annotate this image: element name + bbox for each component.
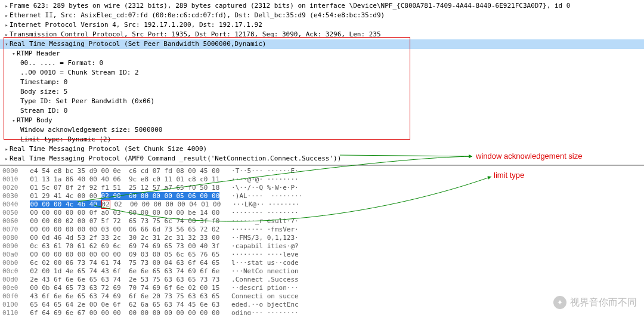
hex-row[interactable]: 0020 01 5c 07 8f 2f 92 f1 51 25 12 57 a7… — [2, 184, 642, 192]
packet-bytes-hex[interactable]: 0000 e4 54 e8 bc 35 d9 00 0e c6 cd 07 fd… — [0, 166, 644, 315]
hex-row[interactable]: 0050 00 00 00 00 00 0f a0 03 00 00 00 00… — [2, 209, 642, 217]
tree-rtmp-body-text: RTMP Body — [17, 116, 52, 124]
hex-row[interactable]: 0030 01 29 41 4c 00 00 02 00 00 00 00 00… — [2, 192, 642, 200]
tree-chunk-sid[interactable]: ..00 0010 = Chunk Stream ID: 2 — [0, 68, 644, 78]
packet-details-tree[interactable]: Frame 623: 289 bytes on wire (2312 bits)… — [0, 0, 644, 166]
wechat-icon: ✦ — [553, 296, 566, 309]
tree-ip[interactable]: Internet Protocol Version 4, Src: 192.17… — [0, 20, 644, 30]
tree-tcp-text: Transmission Control Protocol, Src Port:… — [10, 30, 381, 38]
hex-row[interactable]: 0010 01 13 1a 86 40 00 40 06 9c e8 c0 11… — [2, 175, 642, 184]
tree-eth-text: Ethernet II, Src: AsixElec_cd:07:fd (00:… — [10, 11, 385, 19]
tree-rtmp-header-text: RTMP Header — [17, 50, 60, 57]
hex-row[interactable]: 00f0 43 6f 6e 6e 65 63 74 69 6f 6e 20 73… — [2, 292, 642, 301]
tree-limit-type[interactable]: Limit type: Dynamic (2) — [0, 135, 644, 144]
hex-row[interactable]: 0080 00 0d 46 4d 53 2f 33 2c 30 2c 31 2c… — [2, 234, 642, 242]
tree-rtmp-header[interactable]: RTMP Header — [0, 49, 644, 58]
hex-row[interactable]: 00c0 02 00 1d 4e 65 74 43 6f 6e 6e 65 63… — [2, 267, 642, 276]
hex-row[interactable]: 0000 e4 54 e8 bc 35 d9 00 0e c6 cd 07 fd… — [2, 167, 642, 175]
tree-stream-id[interactable]: Stream ID: 0 — [0, 106, 644, 116]
hex-row[interactable]: 00d0 2e 43 6f 6e 6e 65 63 74 2e 53 75 63… — [2, 276, 642, 284]
annotation-window-ack-label: window acknowledgement size — [476, 152, 582, 160]
tree-format[interactable]: 00.. .... = Format: 0 — [0, 58, 644, 68]
tree-window-ack-size[interactable]: Window acknowledgement size: 5000000 — [0, 125, 644, 135]
hex-row[interactable]: 00b0 6c 02 00 06 73 74 61 74 75 73 00 04… — [2, 259, 642, 267]
hex-row[interactable]: 0090 0c 63 61 70 61 62 69 6c 69 74 69 65… — [2, 242, 642, 251]
tree-frame-text: Frame 623: 289 bytes on wire (2312 bits)… — [10, 2, 570, 10]
hex-row[interactable]: 0110 6f 64 69 6e 67 00 00 00 00 00 00 00… — [2, 309, 642, 315]
hex-row[interactable]: 0040 00 00 00 4c 4b 40 02 02 00 00 00 00… — [2, 200, 642, 209]
annotation-limit-type-label: limit type — [494, 171, 524, 180]
tree-eth[interactable]: Ethernet II, Src: AsixElec_cd:07:fd (00:… — [0, 11, 644, 20]
hex-row[interactable]: 0070 00 00 00 00 00 00 03 00 06 66 6d 73… — [2, 226, 642, 234]
tree-timestamp[interactable]: Timestamp: 0 — [0, 78, 644, 87]
hex-row[interactable]: 0060 00 00 00 02 00 07 5f 72 65 73 75 6c… — [2, 217, 642, 226]
watermark-text: 视界音你而不同 — [570, 297, 637, 309]
hex-row[interactable]: 0100 65 64 65 64 2e 00 0e 6f 62 6a 65 63… — [2, 301, 642, 309]
tree-rtmp-peer-bandwidth[interactable]: Real Time Messaging Protocol (Set Peer B… — [0, 39, 644, 49]
tree-body-size[interactable]: Body size: 5 — [0, 87, 644, 97]
watermark: ✦ 视界音你而不同 — [553, 296, 637, 309]
tree-tcp[interactable]: Transmission Control Protocol, Src Port:… — [0, 30, 644, 39]
tree-frame[interactable]: Frame 623: 289 bytes on wire (2312 bits)… — [0, 1, 644, 11]
tree-ip-text: Internet Protocol Version 4, Src: 192.17… — [10, 21, 262, 29]
hex-row[interactable]: 00e0 00 0b 64 65 73 63 72 69 70 74 69 6f… — [2, 284, 642, 292]
tree-rtmp1-text: Real Time Messaging Protocol (Set Peer B… — [10, 40, 266, 48]
tree-type-id[interactable]: Type ID: Set Peer Bandwidth (0x06) — [0, 97, 644, 106]
hex-row[interactable]: 00a0 00 00 00 00 00 00 00 00 09 03 00 05… — [2, 251, 642, 259]
tree-rtmp-body[interactable]: RTMP Body — [0, 116, 644, 125]
